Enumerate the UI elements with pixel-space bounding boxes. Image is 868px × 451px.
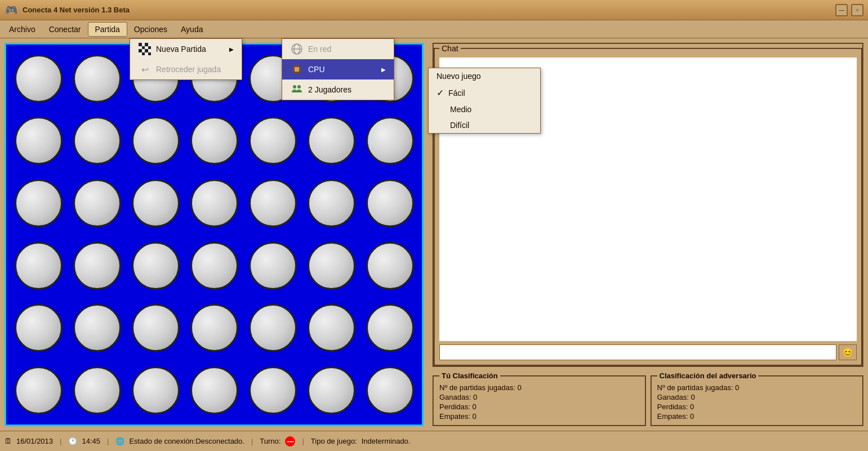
app-title: Conecta 4 Net versión 1.3 Beta (23, 6, 835, 14)
menu-item-cpu[interactable]: CPU ▶ (282, 59, 394, 79)
tu-clasificacion-title: Tú Clasificación (439, 372, 500, 380)
facil-label: Fácil (448, 89, 465, 98)
cell-1-2[interactable] (128, 112, 183, 171)
circle-0-1 (73, 55, 121, 103)
cell-2-4[interactable] (245, 174, 300, 233)
nuevo-juego-label: Nuevo juego (437, 72, 481, 81)
cell-4-2[interactable] (128, 299, 183, 358)
menu-item-retroceder: ↩ Retroceder jugada (130, 59, 242, 79)
cell-4-1[interactable] (69, 299, 124, 358)
cell-1-1[interactable] (69, 112, 124, 171)
cell-4-6[interactable] (362, 299, 417, 358)
sep1: | (60, 437, 61, 445)
scores-row: Tú Clasificación Nº de partidas jugadas:… (433, 372, 863, 426)
chat-send-button[interactable]: 😊 (839, 344, 857, 360)
cell-3-1[interactable] (69, 236, 124, 295)
cell-5-6[interactable] (362, 361, 417, 420)
circle-3-0 (15, 242, 63, 290)
circle-2-1 (73, 179, 121, 227)
svg-point-17 (293, 85, 296, 89)
tu-perdidas: Perdidas: 0 (439, 403, 639, 411)
circle-1-0 (15, 117, 63, 165)
cell-1-3[interactable] (186, 112, 242, 171)
cell-2-3[interactable] (186, 174, 242, 233)
status-date: 16/01/2013 (16, 437, 53, 445)
menu-bar: Archivo Conectar Partida Opciones Ayuda (0, 20, 868, 38)
nueva-partida-label: Nueva Partida (156, 45, 206, 54)
circle-1-4 (249, 117, 297, 165)
status-tipo-label: Tipo de juego: (311, 437, 357, 445)
circle-2-3 (190, 179, 238, 227)
cell-0-0[interactable] (11, 49, 66, 108)
circle-5-4 (249, 366, 297, 414)
menu-conectar[interactable]: Conectar (42, 23, 88, 36)
maximize-button[interactable]: ○ (851, 4, 863, 16)
circle-3-2 (132, 242, 180, 290)
menu-item-2-jugadores[interactable]: 2 Jugadores (282, 79, 394, 100)
cell-1-5[interactable] (304, 112, 359, 171)
cell-3-0[interactable] (11, 236, 66, 295)
menu-item-nueva-partida[interactable]: Nueva Partida ▶ (130, 39, 242, 59)
circle-1-2 (132, 117, 180, 165)
cell-1-6[interactable] (362, 112, 417, 171)
cell-5-2[interactable] (128, 361, 183, 420)
cell-2-2[interactable] (128, 174, 183, 233)
minimize-button[interactable]: — (835, 4, 848, 16)
circle-4-6 (366, 304, 414, 352)
menu-item-facil[interactable]: ✓ Fácil (429, 84, 540, 101)
circle-0-0 (15, 55, 63, 103)
cell-4-3[interactable] (186, 299, 242, 358)
menu-item-nuevo-juego[interactable]: Nuevo juego (429, 68, 540, 84)
dropdown-nueva-partida: En red CPU ▶ (282, 38, 394, 100)
svg-rect-4 (295, 67, 299, 72)
cell-2-0[interactable] (11, 174, 66, 233)
tu-partidas: Nº de partidas jugadas: 0 (439, 383, 639, 392)
cell-5-3[interactable] (186, 361, 242, 420)
cell-2-6[interactable] (362, 174, 417, 233)
circle-1-1 (73, 117, 121, 165)
menu-archivo[interactable]: Archivo (2, 23, 42, 36)
chat-input-row: 😊 (439, 344, 857, 360)
cell-4-0[interactable] (11, 299, 66, 358)
adv-empates: Empates: 0 (657, 412, 857, 421)
cell-3-3[interactable] (186, 236, 242, 295)
circle-5-6 (366, 366, 414, 414)
cell-3-6[interactable] (362, 236, 417, 295)
circle-3-5 (308, 242, 355, 290)
cell-3-5[interactable] (304, 236, 359, 295)
cpu-icon (290, 63, 304, 76)
clock-icon: 🕐 (68, 437, 77, 445)
no-entry-icon: — (285, 436, 295, 446)
cell-1-0[interactable] (11, 112, 66, 171)
status-connection: Estado de conexión:Desconectado. (129, 437, 244, 445)
cell-1-4[interactable] (245, 112, 300, 171)
cell-5-5[interactable] (304, 361, 359, 420)
cell-4-5[interactable] (304, 299, 359, 358)
cell-2-5[interactable] (304, 174, 359, 233)
circle-2-2 (132, 179, 180, 227)
chat-input-field[interactable] (439, 344, 836, 360)
circle-5-3 (190, 366, 238, 414)
cell-0-1[interactable] (69, 49, 124, 108)
menu-partida[interactable]: Partida (88, 22, 127, 37)
circle-1-3 (190, 117, 238, 165)
circle-4-4 (249, 304, 297, 352)
cpu-label: CPU (308, 65, 325, 74)
cell-3-2[interactable] (128, 236, 183, 295)
cell-5-4[interactable] (245, 361, 300, 420)
circle-5-5 (308, 366, 355, 414)
cell-2-1[interactable] (69, 174, 124, 233)
menu-ayuda[interactable]: Ayuda (174, 23, 210, 36)
circle-2-0 (15, 179, 63, 227)
game-board[interactable] (5, 43, 424, 426)
circle-4-1 (73, 304, 121, 352)
window-controls: — ○ (835, 4, 863, 16)
cell-5-1[interactable] (69, 361, 124, 420)
cell-5-0[interactable] (11, 361, 66, 420)
menu-item-dificil[interactable]: Difícil (429, 117, 540, 133)
menu-item-medio[interactable]: Medio (429, 101, 540, 117)
menu-opciones[interactable]: Opciones (127, 23, 174, 36)
submenu-arrow: ▶ (229, 46, 234, 52)
cell-4-4[interactable] (245, 299, 300, 358)
cell-3-4[interactable] (245, 236, 300, 295)
